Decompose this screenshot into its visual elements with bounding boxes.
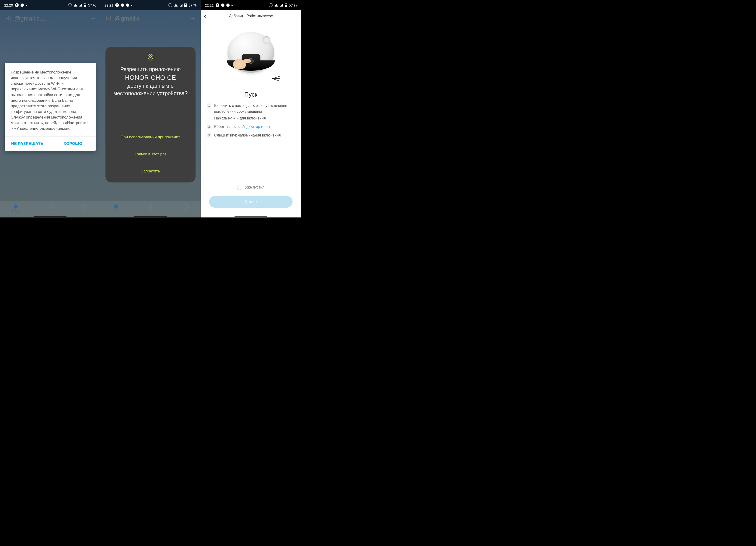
svg-point-7 [184,204,188,209]
signal-icon [79,4,82,7]
accessibility-icon [226,3,230,7]
tab-mine-label: Моё [83,210,88,213]
bottom-tabbar: Робот Оповещения Моё [0,201,100,217]
status-bar: 22:21 f 57 % [100,0,201,10]
android-nav-pill[interactable] [134,216,167,217]
permission-options: При использовании приложения Только в эт… [112,129,189,180]
tab-alerts[interactable]: Оповещения [143,204,159,213]
screen-location-rationale: Hi, @gmail.c… + Робот Оповещения Моё 22:… [0,0,100,217]
system-permission-sheet: Разрешить приложению HONOR CHOICE доступ… [105,47,196,182]
notification-overflow-icon [131,5,132,6]
dnd-icon [68,3,72,7]
already-started-label: Уже пустил [245,185,265,189]
dialog-message: Разрешение на местоположение используетс… [5,63,96,137]
notification-overflow-icon [231,5,233,6]
permission-title: Разрешить приложению HONOR CHOICE доступ… [112,66,189,97]
wifi-icon [74,4,77,7]
tab-robot-label: Робот [12,210,19,213]
ok-button[interactable]: ХОРОШО [50,137,96,151]
battery-percent: 57 % [189,3,196,7]
tab-mine[interactable]: Моё [83,204,88,213]
facebook-notification-icon: f [216,3,219,7]
location-pin-icon [112,54,189,63]
status-time: 22:21 [205,3,214,7]
step-number: 1 [207,103,211,108]
battery-icon [184,3,187,7]
permission-line2: доступ к данным о местоположении устройс… [113,83,188,96]
status-time: 22:20 [4,3,13,7]
tab-alerts[interactable]: Оповещения [43,204,59,213]
tab-robot[interactable]: Робот [12,204,19,213]
svg-point-4 [114,204,118,209]
svg-rect-2 [50,206,52,207]
signal-icon [280,4,283,7]
notification-dot-icon [221,3,224,7]
step-2: 2 Робот-пылесос Индикатор горит [207,124,295,130]
svg-rect-6 [150,206,152,207]
step-number: 2 [207,124,211,129]
battery-icon [84,3,86,7]
permission-app-name: HONOR CHOICE [112,73,189,82]
svg-point-0 [14,204,18,209]
tab-robot-label: Робот [112,210,119,213]
step-2-text: Робот-пылесос [214,125,241,129]
robot-icon [113,204,119,209]
allow-while-using-button[interactable]: При использовании приложения [112,129,189,146]
step-1-text-b: Нажать на «I» для включения [214,115,295,121]
step-3: 3 Слышит звук напоминания включения [207,133,295,138]
accessibility-icon [126,3,129,7]
tab-robot[interactable]: Робот [112,204,119,213]
already-started-checkbox[interactable] [237,185,242,190]
robot-icon [13,204,18,209]
mine-icon [183,204,189,209]
alerts-icon [48,204,54,209]
signal-icon [180,4,182,7]
notification-dot-icon [21,3,24,7]
status-bar: 22:20 f 57 % [0,0,100,10]
status-time: 22:21 [105,3,113,7]
indicator-link[interactable]: Индикатор горит [241,125,270,129]
step-number: 3 [207,133,211,138]
already-started-row[interactable]: Уже пустил [201,185,301,190]
allow-once-button[interactable]: Только в этот раз [112,146,189,163]
screen-add-robot: 22:21 f 57 % ‹ Добавить Робот-пылесос [201,0,301,217]
dialog-actions: НЕ РАЗРЕШАТЬ ХОРОШО [5,137,96,151]
android-nav-pill[interactable] [235,216,267,217]
back-button[interactable]: ‹ [204,13,206,20]
notification-overflow-icon [26,5,27,6]
step-1: 1 Включить с помощью клавишу включения-в… [207,103,295,121]
wifi-icon [274,4,278,7]
deny-button[interactable]: НЕ РАЗРЕШАТЬ [5,137,50,151]
tab-mine-label: Моё [183,210,189,213]
tab-alerts-label: Оповещения [143,210,159,213]
robot-vacuum-image [223,32,279,80]
battery-percent: 57 % [88,3,96,7]
battery-icon [285,3,287,7]
facebook-notification-icon: f [15,3,19,7]
deny-permission-button[interactable]: Запретить [112,163,189,180]
bottom-tabbar: Робот Оповещения Моё [100,201,201,217]
dnd-icon [168,3,172,7]
screen-system-permission: Hi, @gmail.c… + Робот Оповещения Моё 22:… [100,0,201,217]
svg-point-3 [83,204,87,209]
dnd-icon [269,3,273,7]
next-button[interactable]: Далее [209,196,293,208]
wifi-icon [174,4,178,7]
product-illustration [201,22,301,90]
notification-dot-icon [121,3,124,7]
location-rationale-dialog: Разрешение на местоположение используетс… [5,63,96,151]
tab-alerts-label: Оповещения [43,210,59,213]
mine-icon [83,204,88,209]
step-1-text-a: Включить с помощью клавишу включения-вык… [214,104,288,113]
page-topbar: ‹ Добавить Робот-пылесос [201,10,301,22]
setup-steps: 1 Включить с помощью клавишу включения-в… [201,103,301,138]
permission-line1: Разрешить приложению [120,66,181,72]
alerts-icon [148,204,154,209]
tab-mine[interactable]: Моё [183,204,189,213]
facebook-notification-icon: f [115,3,119,7]
battery-percent: 57 % [289,3,297,7]
step-3-text: Слышит звук напоминания включения [214,133,281,138]
status-bar: 22:21 f 57 % [201,0,301,10]
section-heading: Пуск [201,91,301,98]
android-nav-pill[interactable] [34,216,67,217]
